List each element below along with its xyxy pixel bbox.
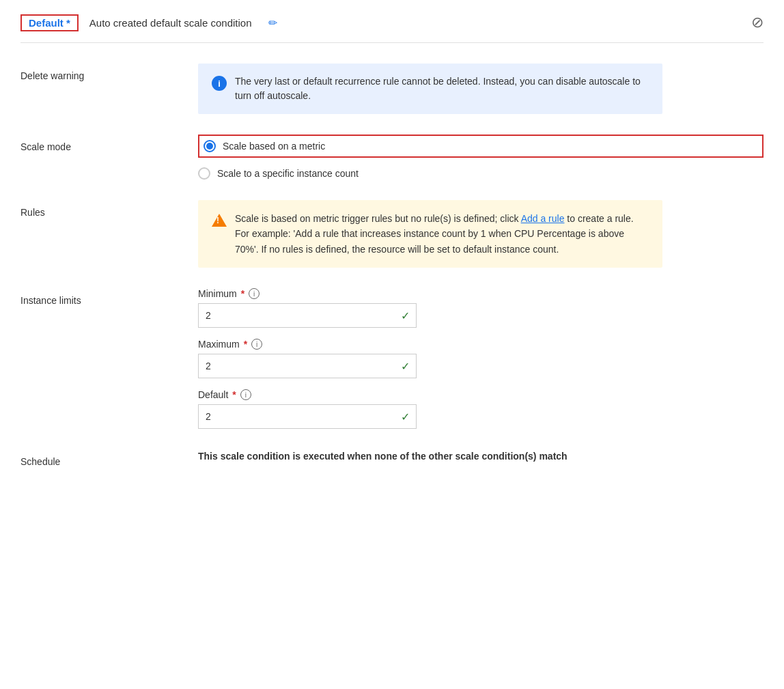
maximum-field-group: Maximum * i ✓ xyxy=(198,339,764,378)
radio-circle-instance xyxy=(198,167,210,180)
schedule-text: This scale condition is executed when no… xyxy=(198,449,594,464)
scale-mode-content: Scale based on a metric Scale to a speci… xyxy=(198,135,764,180)
radio-label-instance: Scale to a specific instance count xyxy=(217,168,359,179)
delete-warning-box: i The very last or default recurrence ru… xyxy=(198,64,662,114)
schedule-content: This scale condition is executed when no… xyxy=(198,449,764,464)
warning-icon xyxy=(212,212,227,227)
rules-warning-box: Scale is based on metric trigger rules b… xyxy=(198,200,662,268)
instance-limits-row: Instance limits Minimum * i ✓ xyxy=(20,288,764,429)
minimum-field-label: Minimum * i xyxy=(198,288,764,299)
minimum-label-text: Minimum xyxy=(198,288,237,299)
instance-limits-label: Instance limits xyxy=(20,288,198,306)
maximum-info-icon[interactable]: i xyxy=(251,339,262,350)
add-rule-link[interactable]: Add a rule xyxy=(521,213,565,224)
instance-limits-content: Minimum * i ✓ Maximum * i xyxy=(198,288,764,429)
default-input[interactable] xyxy=(198,404,417,429)
rules-content: Scale is based on metric trigger rules b… xyxy=(198,200,764,268)
radio-option-instance[interactable]: Scale to a specific instance count xyxy=(198,167,764,180)
info-icon: i xyxy=(212,76,227,91)
schedule-label: Schedule xyxy=(20,449,198,467)
maximum-input[interactable] xyxy=(198,354,417,378)
scale-mode-label: Scale mode xyxy=(20,135,198,152)
default-check-icon: ✓ xyxy=(401,410,410,423)
scale-mode-row: Scale mode Scale based on a metric Scale… xyxy=(20,135,764,180)
maximum-input-wrapper: ✓ xyxy=(198,354,417,378)
delete-warning-content: i The very last or default recurrence ru… xyxy=(198,64,764,114)
minimum-input[interactable] xyxy=(198,303,417,328)
rules-label: Rules xyxy=(20,200,198,218)
header-title: Auto created default scale condition xyxy=(89,17,252,29)
delete-warning-text: The very last or default recurrence rule… xyxy=(235,74,649,103)
maximum-field-label: Maximum * i xyxy=(198,339,764,350)
minimum-check-icon: ✓ xyxy=(401,309,410,322)
header-left: Default * Auto created default scale con… xyxy=(20,14,277,31)
minimum-required-star: * xyxy=(241,288,244,299)
default-label-text: Default xyxy=(198,389,228,400)
warning-triangle xyxy=(212,214,227,227)
delete-warning-label: Delete warning xyxy=(20,64,198,81)
maximum-check-icon: ✓ xyxy=(401,360,410,373)
scale-mode-radio-group: Scale based on a metric Scale to a speci… xyxy=(198,135,764,180)
radio-label-metric: Scale based on a metric xyxy=(223,141,325,152)
rules-text-part1: Scale is based on metric trigger rules b… xyxy=(235,213,521,224)
maximum-required-star: * xyxy=(244,339,247,350)
header-row: Default * Auto created default scale con… xyxy=(20,14,764,43)
disable-icon[interactable]: ⊘ xyxy=(751,14,764,31)
schedule-row: Schedule This scale condition is execute… xyxy=(20,449,764,467)
delete-warning-row: Delete warning i The very last or defaul… xyxy=(20,64,764,114)
minimum-input-wrapper: ✓ xyxy=(198,303,417,328)
rules-warning-text: Scale is based on metric trigger rules b… xyxy=(235,211,649,257)
minimum-field-group: Minimum * i ✓ xyxy=(198,288,764,328)
instance-limits-fields: Minimum * i ✓ Maximum * i xyxy=(198,288,764,429)
default-badge: Default * xyxy=(20,14,79,31)
rules-row: Rules Scale is based on metric trigger r… xyxy=(20,200,764,268)
maximum-label-text: Maximum xyxy=(198,339,240,350)
edit-icon[interactable]: ✏ xyxy=(268,16,277,29)
default-required-star: * xyxy=(232,389,236,400)
default-info-icon[interactable]: i xyxy=(240,389,251,400)
minimum-info-icon[interactable]: i xyxy=(249,288,260,299)
radio-circle-metric xyxy=(204,140,216,152)
default-field-group: Default * i ✓ xyxy=(198,389,764,429)
default-input-wrapper: ✓ xyxy=(198,404,417,429)
default-field-label: Default * i xyxy=(198,389,764,400)
radio-option-metric[interactable]: Scale based on a metric xyxy=(198,135,764,158)
